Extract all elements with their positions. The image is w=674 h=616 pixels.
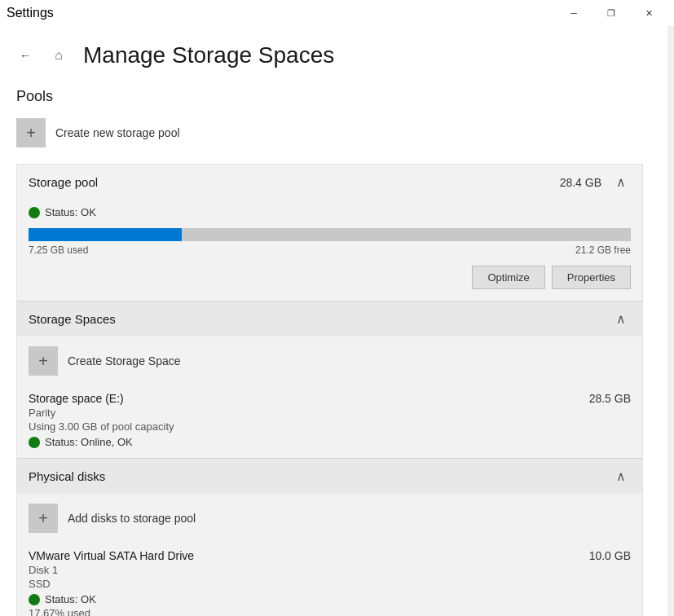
physical-disks-content: + Add disks to storage pool VMware Virtu… (17, 494, 642, 616)
title-bar-controls: ─ ❐ ✕ (555, 0, 667, 26)
close-button[interactable]: ✕ (630, 0, 667, 26)
properties-button[interactable]: Properties (552, 266, 631, 289)
page-title: Manage Storage Spaces (83, 42, 334, 68)
pool-progress-bar-fill (29, 228, 182, 241)
create-space-plus-button[interactable]: + (29, 346, 58, 376)
title-bar-title: Settings (7, 6, 54, 20)
page-header: ← ⌂ Manage Storage Spaces (16, 42, 643, 68)
disk-status-dot (29, 594, 40, 605)
storage-spaces-section: Storage Spaces ∧ + Create Storage Space … (17, 301, 642, 458)
pool-free-label: 21.2 GB free (575, 244, 631, 256)
pool-progress-labels: 7.25 GB used 21.2 GB free (29, 244, 631, 256)
add-disks-label: Add disks to storage pool (68, 512, 196, 525)
back-button[interactable]: ← (16, 46, 34, 65)
optimize-button[interactable]: Optimize (472, 266, 544, 289)
disk-status-text: Status: OK (45, 593, 96, 605)
disk-item: VMware Virtual SATA Hard Drive 10.0 GB D… (29, 549, 631, 616)
pool-used-label: 7.25 GB used (29, 244, 88, 256)
minimize-button[interactable]: ─ (555, 0, 593, 26)
storage-spaces-header: Storage Spaces ∧ (17, 301, 642, 337)
pool-content: Status: OK 7.25 GB used 21.2 GB free Opt… (17, 200, 642, 301)
pool-header-right: 28.4 GB ∧ (560, 173, 631, 191)
space-item: Storage space (E:) 28.5 GB Parity Using … (29, 392, 631, 448)
space-status-text: Status: Online, OK (45, 436, 133, 448)
pool-status-dot (29, 207, 40, 218)
storage-spaces-content: + Create Storage Space Storage space (E:… (17, 337, 642, 458)
physical-disks-title: Physical disks (29, 469, 105, 483)
pool-progress-bar-bg (29, 228, 631, 241)
disk-status-line: Status: OK (29, 593, 631, 605)
disk-item-name: VMware Virtual SATA Hard Drive (29, 549, 194, 562)
create-space-label: Create Storage Space (68, 354, 181, 367)
create-pool-plus-button[interactable]: + (16, 118, 46, 147)
pool-header-left: Storage pool (29, 175, 98, 189)
pool-collapse-button[interactable]: ∧ (611, 173, 631, 191)
space-item-status-line: Status: Online, OK (29, 436, 631, 448)
disk-item-subname: Disk 1 (29, 564, 631, 576)
title-bar: Settings ─ ❐ ✕ (0, 0, 674, 26)
space-status-dot (29, 437, 40, 448)
physical-disks-header: Physical disks ∧ (17, 458, 642, 494)
pool-status-line: Status: OK (29, 206, 631, 218)
disk-item-type: SSD (29, 578, 631, 590)
create-pool-action[interactable]: + Create new storage pool (16, 118, 643, 147)
space-item-name: Storage space (E:) (29, 392, 124, 405)
create-space-action[interactable]: + Create Storage Space (29, 346, 631, 376)
storage-pool-panel: Storage pool 28.4 GB ∧ Status: OK (16, 164, 643, 616)
home-icon[interactable]: ⌂ (47, 44, 70, 67)
space-item-header: Storage space (E:) 28.5 GB (29, 392, 631, 405)
create-pool-label: Create new storage pool (55, 126, 180, 139)
pool-header: Storage pool 28.4 GB ∧ (17, 165, 642, 200)
storage-spaces-collapse-button[interactable]: ∧ (611, 310, 631, 328)
pool-progress-container: 7.25 GB used 21.2 GB free (29, 228, 631, 256)
content-area: ← ⌂ Manage Storage Spaces Pools + Create… (0, 26, 667, 616)
pool-status-text: Status: OK (45, 206, 96, 218)
pool-size: 28.4 GB (560, 176, 601, 189)
space-item-type: Parity (29, 407, 631, 419)
title-bar-left: Settings (7, 6, 54, 20)
add-disks-action[interactable]: + Add disks to storage pool (29, 504, 631, 533)
pools-heading: Pools (16, 88, 643, 105)
disk-usage: 17.67% used (29, 607, 631, 616)
scrollbar[interactable] (667, 26, 674, 616)
physical-disks-section: Physical disks ∧ + Add disks to storage … (17, 458, 642, 616)
pool-action-buttons: Optimize Properties (29, 266, 631, 289)
add-disks-plus-button[interactable]: + (29, 504, 58, 533)
space-item-detail: Using 3.00 GB of pool capacity (29, 420, 631, 433)
disk-item-size: 10.0 GB (589, 549, 631, 562)
storage-spaces-title: Storage Spaces (29, 312, 116, 326)
physical-disks-collapse-button[interactable]: ∧ (611, 467, 631, 486)
restore-button[interactable]: ❐ (593, 0, 630, 26)
app-container: ← ⌂ Manage Storage Spaces Pools + Create… (0, 26, 674, 616)
space-item-size: 28.5 GB (589, 392, 631, 405)
disk-item-header: VMware Virtual SATA Hard Drive 10.0 GB (29, 549, 631, 562)
pool-name: Storage pool (29, 175, 98, 189)
